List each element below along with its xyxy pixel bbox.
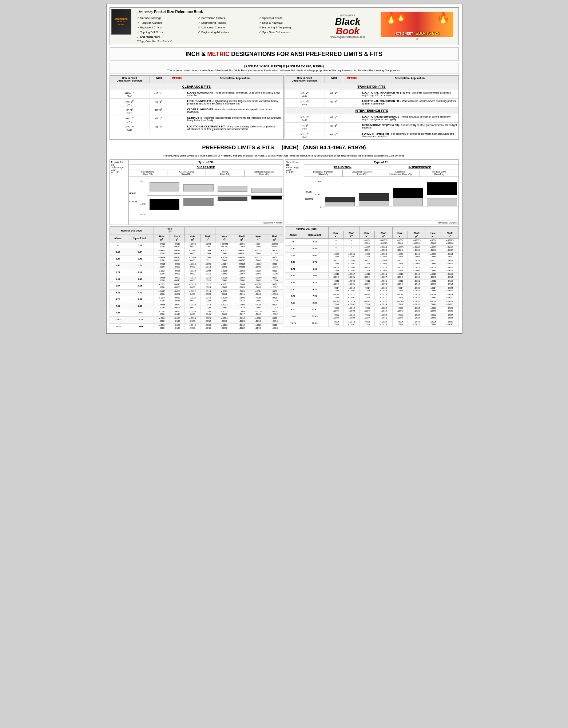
right-td-above-6: 1.97 [285,280,301,286]
check-tungsten: ✓ Tungsten Carbide [137,21,197,25]
chart-right: To scale for dia-meter range 1.19"to 1.9… [285,159,459,225]
inch-h7n6: H7 / n6 [325,99,343,107]
sym-h8f7: H8 / f7(Rc4) [110,107,150,115]
td-left-2-7: .0000-.0004 [266,256,283,262]
symbols-header-left: Hole & ShaftDesignation Symbols [110,76,150,83]
td-left-0-6: +.0004.0000 [250,242,266,249]
td-left-9-6: +.0018.0000 [250,303,266,310]
table-row-10: 9.8512.41+.005.0000-.0080-.0110+.0030.00… [110,310,283,317]
right-td-9-0: +.0018.0000 [328,300,343,306]
right-td-above-12: 15.75 [285,320,301,327]
chart-left-bars: +.002" 0 -.002" -.004" HOLES SHAFTS [129,177,283,221]
right-td-1-4: +.0005.0000 [392,246,408,253]
metric-sliding [168,115,186,123]
chart-right-scale-label: To scale for dia-meter range 1.19"to 1.9… [285,160,304,225]
right-td-11-3: +.0030+.0016 [375,313,392,320]
td-left-6-0: +.003.0000 [154,283,170,290]
fits-left-header: Hole & ShaftDesignation Symbols INCH MET… [110,76,283,83]
td-left-8-1: -.0060-.0085 [170,296,184,303]
sym-h9d8: H9 / d8(Rc7) [110,99,150,107]
inch-header-left: INCH [150,76,168,83]
td-left-0-5: -.0001-.0003 [233,242,250,249]
metric-header-right: METRIC [343,76,361,83]
right-td-12-4: +.0025.0000 [392,320,408,327]
td-left-5-2: +.0016.0000 [184,276,200,283]
y-minus004: -.004" [140,213,146,215]
td-above-4: 0.71 [110,269,126,276]
right-td-5-7: +.0019+.0014 [441,273,458,280]
th-h7-s: HoleH7 [425,231,441,239]
td-left-11-3: -.0025-.0052 [200,317,215,324]
td-left-5-7: .0000-.0006 [266,276,283,283]
th-above-left: Above [110,234,126,242]
right-td-above-3: 0.40 [285,259,301,266]
td-left-0-0: +.0010.0000 [154,242,170,249]
td-above-5: 1.19 [110,276,126,283]
td-left-8-0: +.004.0000 [154,296,170,303]
right-td-upto-6: 3.15 [301,280,328,286]
th-p6: Shaftp6 [408,231,425,239]
td-left-10-1: -.0080-.0110 [170,310,184,317]
metric-close [168,107,186,115]
inch-h8f7: H8 / f7 [150,107,168,115]
td-left-2-1: -.0016-.0025 [170,256,184,262]
td-above-1: 0.12 [110,249,126,256]
td-left-1-3: -.0004-.0009 [200,249,215,256]
td-left-1-0: +.0012.0000 [154,249,170,256]
metric-trans1 [343,90,361,98]
right-td-3-6: +.0007.0000 [425,259,441,266]
shafts-label-left: SHAFTS [130,201,138,203]
td-left-3-2: +.0010.0000 [184,262,200,269]
td-left-6-4: +.0007.0000 [215,283,233,290]
table-row-11: 12.4115.75+.006.0000-.0100-.0135+.0035.0… [110,317,283,324]
right-td-2-6: +.0006.0000 [425,252,441,259]
td-left-7-7: .0000-.0009 [266,289,283,296]
right-td-upto-0: 0.12 [301,239,328,246]
right-table-row-9: 7.099.85+.0018.0000+.0014+.0002+.0018.00… [285,300,458,306]
td-left-10-6: +.0020.0000 [250,310,266,317]
y-axis-left: +.002" 0 -.002" -.004" HOLES SHAFTS [129,177,147,221]
td-left-7-4: +.0009.0000 [215,289,233,296]
metric-free [168,99,186,107]
right-td-4-6: +.0008.0000 [425,266,441,273]
inch-h7g6: H7 / g6 [150,115,168,123]
td-left-10-5: -.0008-.0017 [233,310,250,317]
right-td-6-1: +.0008+.0001 [344,280,359,286]
right-td-above-1: 0.12 [285,246,301,253]
right-td-10-1: +.0014+.0002 [344,306,359,313]
right-type-headers: TRANSITION INTERFERENCE [304,165,458,170]
right-td-upto-12: 19.69 [301,320,328,327]
td-upto-9: 9.85 [126,303,154,310]
right-td-8-3: +.0022+.0011 [375,293,392,300]
right-td-0-2: +.0004.0000 [359,239,374,246]
right-td-upto-9: 9.85 [301,300,328,306]
right-td-9-5: +.0032+.0018 [408,300,425,306]
y-zero: 0 [145,194,146,197]
table-right: Nominal Dia. (inch) Above Upto & incl. H… [285,226,459,327]
right-td-above-2: 0.24 [285,252,301,259]
sym-h7p6: H7 / p6(Ln2) [285,114,325,122]
td-above-10: 9.85 [110,310,126,317]
bar-ln2-shaft [393,188,423,198]
td-upto-0: 0.12 [126,242,154,249]
header-center: ENGINEERS Black Book www.engineersblackb… [319,13,377,40]
right-td-10-6: +.0020.0000 [425,306,441,313]
book-image: ENGINEERSBLACKBOOK [111,9,131,35]
interference-label: INTERFERENCE [381,165,458,170]
bar-sliding-shaft [218,197,247,201]
td-left-6-1: -.0040-.0058 [170,283,184,290]
right-td-8-2: +.0016.0000 [359,293,374,300]
td-left-9-1: -.0070-.0098 [170,303,184,310]
right-td-11-7: +.0037+.0028 [441,313,458,320]
td-left-0-7: .00000-.00025 [266,242,283,249]
table-row-4: 0.711.19+.002.0000-.0025-.0037+.0012.000… [110,269,283,276]
table-row-6: 1.973.15+.003.0000-.0040-.0058+.0018.000… [110,283,283,290]
td-left-2-5: -.00020-.00045 [233,256,250,262]
right-td-7-0: +.0014.0000 [328,286,343,293]
td-left-1-5: -.00015-.00035 [233,249,250,256]
chart-left-scale-label: To scale for dia-meter range 0.71"to 1.1… [110,160,129,225]
book-size: 172pp., Color Illus. Size 6 ½" x 4" [137,40,319,43]
right-td-9-4: +.0018.0000 [392,300,408,306]
right-td-10-5: +.0034+.0020 [408,306,425,313]
td-left-4-6: +.0008.0000 [250,269,266,276]
